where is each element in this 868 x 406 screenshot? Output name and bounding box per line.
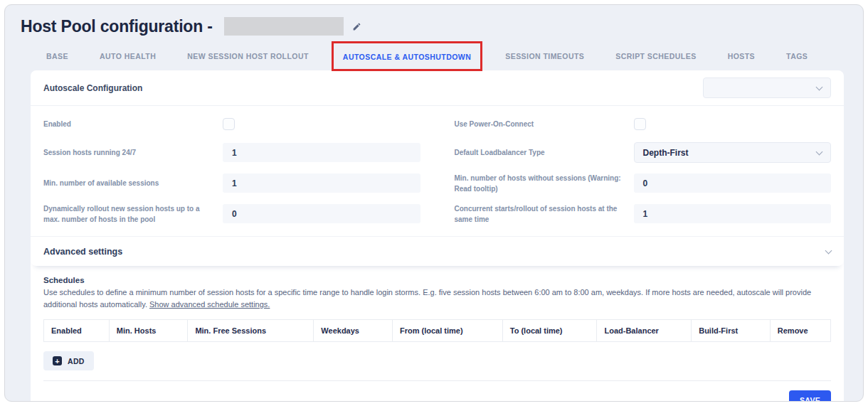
autoscale-card-header: Autoscale Configuration	[31, 70, 844, 106]
tab-base[interactable]: BASE	[46, 52, 68, 60]
advanced-settings-label: Advanced settings	[43, 247, 122, 257]
section-title: Autoscale Configuration	[43, 83, 142, 93]
column-header-enabled: Enabled	[44, 320, 110, 342]
field-label: Dynamically rollout new session hosts up…	[43, 203, 223, 225]
session-hosts-24-7-input[interactable]: 1	[223, 143, 420, 162]
column-header-remove: Remove	[770, 320, 830, 342]
schedules-title: Schedules	[43, 276, 831, 284]
page-title: Host Pool configuration -	[21, 17, 213, 36]
power-on-connect-checkbox[interactable]	[634, 118, 646, 130]
field-row-concurrent-starts: Concurrent starts/rollout of session hos…	[455, 198, 832, 229]
column-header-build-first: Build-First	[692, 320, 771, 342]
config-preset-select[interactable]	[703, 78, 831, 98]
schedules-section: Schedules Use schedules to define a mini…	[31, 266, 844, 402]
field-row-min-hosts-without-sessions: Min. number of hosts without sessions (W…	[455, 168, 832, 198]
advanced-settings-toggle[interactable]: Advanced settings	[31, 236, 844, 266]
field-row-min-available-sessions: Min. number of available sessions 1	[43, 168, 420, 198]
tab-autoscale-autoshutdown[interactable]: AUTOSCALE & AUTOSHUTDOWN	[343, 53, 471, 61]
save-button[interactable]: SAVE	[789, 390, 831, 402]
chevron-down-icon	[825, 247, 832, 254]
field-label: Min. number of available sessions	[43, 178, 223, 188]
field-label: Min. number of hosts without sessions (W…	[455, 173, 634, 194]
redacted-hostpool-name	[224, 17, 344, 36]
column-header-from-local-time: From (local time)	[392, 320, 502, 342]
schedules-description: Use schedules to define a minimum number…	[43, 287, 831, 311]
form-column-left: Enabled Session hosts running 24/7 1 Min…	[43, 110, 420, 229]
field-row-dynamic-rollout-max-hosts: Dynamically rollout new session hosts up…	[43, 198, 420, 229]
form-column-right: Use Power-On-Connect Default Loadbalance…	[455, 110, 832, 229]
autoscale-form: Enabled Session hosts running 24/7 1 Min…	[31, 106, 844, 236]
tab-auto-health[interactable]: AUTO HEALTH	[100, 52, 156, 60]
tab-new-session-host-rollout[interactable]: NEW SESSION HOST ROLLOUT	[187, 52, 309, 60]
add-button-label: ADD	[68, 357, 85, 365]
plus-icon: +	[53, 356, 62, 365]
column-header-load-balancer: Load-Balancer	[597, 320, 692, 342]
autoscale-card: Autoscale Configuration Enabled Session …	[31, 70, 844, 402]
add-schedule-button[interactable]: + ADD	[43, 351, 94, 370]
field-row-default-loadbalancer: Default Loadbalancer Type Depth-First	[455, 137, 832, 168]
min-available-sessions-input[interactable]: 1	[223, 173, 420, 193]
concurrent-starts-input[interactable]: 1	[634, 204, 832, 223]
tab-tags[interactable]: TAGS	[786, 52, 808, 60]
show-advanced-schedule-settings-link[interactable]: Show advanced schedule settings.	[149, 300, 270, 309]
field-label: Enabled	[43, 119, 223, 129]
dynamic-rollout-max-hosts-input[interactable]: 0	[223, 204, 420, 223]
chevron-down-icon	[816, 83, 823, 90]
column-header-weekdays: Weekdays	[314, 320, 393, 342]
schedules-table: Enabled Min. Hosts Min. Free Sessions We…	[43, 319, 831, 342]
edit-icon[interactable]	[352, 22, 361, 31]
tab-session-timeouts[interactable]: SESSION TIMEOUTS	[505, 52, 584, 60]
page-header: Host Pool configuration - BASE AUTO HEAL…	[5, 5, 863, 69]
field-label: Concurrent starts/rollout of session hos…	[455, 203, 634, 225]
active-tab-red-highlight: AUTOSCALE & AUTOSHUTDOWN	[332, 41, 482, 71]
field-row-power-on-connect: Use Power-On-Connect	[455, 110, 832, 137]
tab-hosts[interactable]: HOSTS	[728, 52, 755, 60]
app-window: Host Pool configuration - BASE AUTO HEAL…	[4, 4, 864, 402]
enabled-checkbox[interactable]	[223, 118, 235, 130]
min-hosts-without-sessions-input[interactable]: 0	[634, 173, 832, 193]
default-loadbalancer-select[interactable]: Depth-First	[634, 142, 832, 163]
field-label: Default Loadbalancer Type	[455, 147, 634, 158]
default-loadbalancer-select-value: Depth-First	[643, 148, 689, 158]
field-label: Session hosts running 24/7	[43, 147, 223, 158]
field-label: Use Power-On-Connect	[455, 119, 634, 129]
tab-script-schedules[interactable]: SCRIPT SCHEDULES	[615, 52, 696, 60]
chevron-down-icon	[816, 148, 823, 155]
column-header-min-free-sessions: Min. Free Sessions	[188, 320, 314, 342]
field-row-session-hosts-24-7: Session hosts running 24/7 1	[43, 137, 420, 168]
schedules-table-header-row: Enabled Min. Hosts Min. Free Sessions We…	[44, 320, 831, 342]
column-header-to-local-time: To (local time)	[502, 320, 597, 342]
field-row-enabled: Enabled	[43, 110, 420, 137]
column-header-min-hosts: Min. Hosts	[109, 320, 188, 342]
tab-bar: BASE AUTO HEALTH NEW SESSION HOST ROLLOU…	[31, 43, 843, 69]
